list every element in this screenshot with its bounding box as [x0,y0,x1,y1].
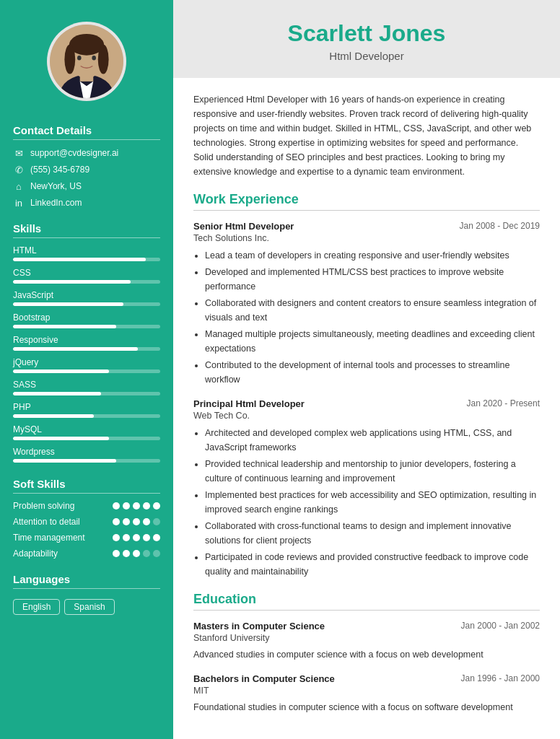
job-title: Senior Html Developer [193,221,294,232]
skill-bar-bg [13,370,160,373]
job-header: Principal Html Developer Jan 2020 - Pres… [193,398,540,409]
skill-label: Responsive [13,335,160,345]
svg-point-6 [98,45,109,74]
skill-label: HTML [13,245,160,255]
skill-bar-bg [13,414,160,418]
summary: Experienced Html Developer with 16 years… [193,92,540,179]
edu-degree: Bachelors in Computer Science [193,673,335,684]
skill-label: JavaScript [13,290,160,300]
skill-item: Wordpress [13,447,160,463]
skill-label: SASS [13,380,160,390]
dot [143,502,150,510]
job-bullets: Architected and developed complex web ap… [193,426,540,579]
skill-bar-fill [13,370,109,373]
bullet-item: Developed and implemented HTML/CSS best … [205,265,540,294]
skill-bar-fill [13,302,123,306]
dot [123,534,130,541]
skill-label: MySQL [13,424,160,434]
dot [153,550,160,557]
contact-item: ✆ (555) 345-6789 [13,164,160,175]
skills-title: Skills [13,222,160,238]
skill-bar-fill [13,392,101,395]
edu-dates: Jan 2000 - Jan 2002 [461,621,540,631]
contact-text: LinkedIn.com [30,198,82,208]
contact-section: Contact Details ✉ support@cvdesigner.ai … [0,124,173,214]
job-company: Web Tech Co. [193,411,540,421]
work-experience-title: Work Experience [193,192,540,211]
bullet-item: Architected and developed complex web ap… [205,426,540,455]
dot [113,502,120,510]
bullet-item: Lead a team of developers in creating re… [205,248,540,263]
skill-bar-bg [13,347,160,351]
job-dates: Jan 2020 - Present [467,398,540,408]
dot [123,550,130,557]
job-company: Tech Solutions Inc. [193,233,540,243]
contact-item: in LinkedIn.com [13,197,160,209]
edu-description: Advanced studies in computer science wit… [193,648,540,662]
skill-label: PHP [13,402,160,412]
job-block: Principal Html Developer Jan 2020 - Pres… [193,398,540,579]
edu-dates: Jan 1996 - Jan 2000 [461,673,540,683]
job-header: Senior Html Developer Jan 2008 - Dec 201… [193,221,540,232]
contact-text: support@cvdesigner.ai [30,148,118,158]
work-experience-section: Work Experience Senior Html Developer Ja… [193,192,540,579]
skill-item: SASS [13,380,160,395]
skill-label: CSS [13,268,160,278]
dot [123,502,130,510]
skill-bar-fill [13,325,116,328]
dot [143,550,150,557]
edu-header: Masters in Computer Science Jan 2000 - J… [193,621,540,631]
dot [133,518,140,525]
contact-icon: in [13,197,25,209]
avatar [47,22,126,101]
edu-description: Foundational studies in computer science… [193,701,540,714]
bullet-item: Provided technical leadership and mentor… [205,457,540,486]
soft-skill-label: Problem solving [13,501,74,511]
edu-institution: MIT [193,686,540,696]
dots [113,534,160,541]
job-dates: Jan 2008 - Dec 2019 [460,221,540,231]
skill-item: JavaScript [13,290,160,306]
contact-icon: ✆ [13,164,25,175]
dot [113,550,120,557]
edu-institution: Stanford University [193,633,540,643]
dot [133,550,140,557]
skill-bar-bg [13,392,160,395]
resume-container: Contact Details ✉ support@cvdesigner.ai … [0,0,560,739]
skill-label: Wordpress [13,447,160,457]
main-content: Scarlett Jones Html Developer Experience… [173,0,560,739]
contact-text: (555) 345-6789 [30,165,89,175]
skill-bar-fill [13,459,116,463]
job-title: Principal Html Developer [193,398,305,409]
edu-degree: Masters in Computer Science [193,621,325,631]
dots [113,502,160,510]
skill-item: MySQL [13,424,160,440]
skill-bar-fill [13,414,94,418]
soft-skills-section: Soft Skills Problem solving Attention to… [0,478,173,564]
skill-item: PHP [13,402,160,418]
sidebar: Contact Details ✉ support@cvdesigner.ai … [0,0,173,739]
skill-bar-bg [13,325,160,328]
contact-item: ✉ support@cvdesigner.ai [13,147,160,159]
job-block: Senior Html Developer Jan 2008 - Dec 201… [193,221,540,387]
contact-item: ⌂ NewYork, US [13,180,160,192]
candidate-name: Scarlett Jones [195,20,538,47]
dot [143,518,150,525]
candidate-title: Html Developer [195,50,538,62]
languages-section: Languages EnglishSpanish [0,573,173,615]
education-title: Education [193,592,540,611]
skill-bar-bg [13,437,160,440]
dot [143,534,150,541]
edu-header: Bachelors in Computer Science Jan 1996 -… [193,673,540,684]
skill-item: Responsive [13,335,160,351]
dot [133,502,140,510]
education-entry: Masters in Computer Science Jan 2000 - J… [193,621,540,662]
svg-point-7 [77,56,82,60]
skill-bar-bg [13,258,160,261]
skill-item: jQuery [13,357,160,373]
dots [113,518,160,525]
svg-point-8 [92,56,96,60]
skill-bar-fill [13,347,138,351]
bullet-item: Collaborated with designers and content … [205,296,540,325]
education-section: Education Masters in Computer Science Ja… [193,592,540,714]
